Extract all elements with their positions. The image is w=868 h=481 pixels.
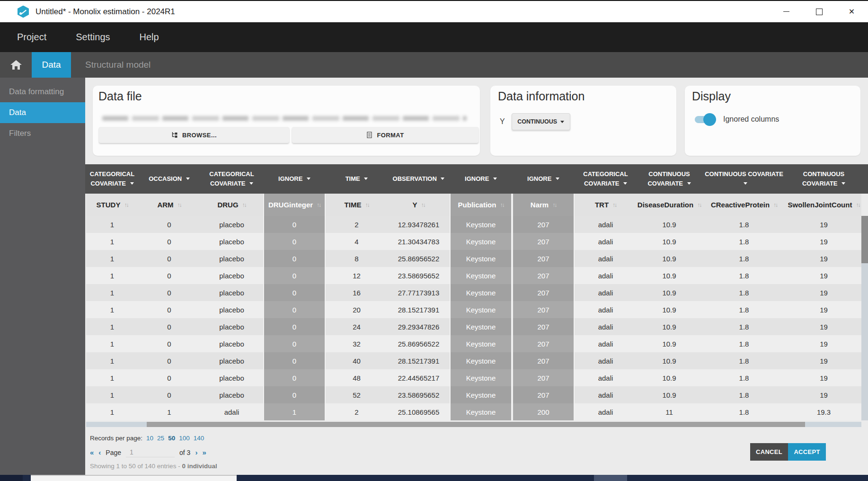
cell-TIME: 16 <box>326 284 388 301</box>
caret-down-icon <box>687 182 691 185</box>
sort-icon[interactable]: ↑↓ <box>122 202 128 208</box>
maximize-button[interactable] <box>803 1 835 22</box>
sort-icon[interactable]: ↑↓ <box>176 202 181 208</box>
sidebar-item-filters[interactable]: Filters <box>0 123 85 144</box>
sort-icon[interactable]: ↑↓ <box>240 202 246 208</box>
column-header-DiseaseDuration[interactable]: DiseaseDuration↑↓ <box>637 194 702 216</box>
sort-icon[interactable]: ↑↓ <box>315 202 320 208</box>
horizontal-scrollbar-thumb[interactable] <box>147 422 805 427</box>
column-header-DRUG[interactable]: DRUG↑↓ <box>200 194 263 216</box>
cell-CReactiveProtein: 1.8 <box>702 250 786 267</box>
column-type-dropdown-8[interactable]: CATEGORICAL COVARIATE <box>575 164 637 194</box>
column-header-label: Publication <box>458 201 496 209</box>
cell-SwollenJointCount: 19 <box>786 335 861 352</box>
records-option-10[interactable]: 10 <box>146 435 153 442</box>
cell-DiseaseDuration: 10.9 <box>637 301 702 318</box>
menu-project[interactable]: Project <box>17 32 46 43</box>
column-header-Publication[interactable]: Publication↑↓ <box>450 194 512 216</box>
sort-icon[interactable]: ↑↓ <box>854 202 859 208</box>
horizontal-scrollbar[interactable] <box>86 422 861 427</box>
browse-button[interactable]: BROWSE... <box>99 127 289 143</box>
cell-Narm: 200 <box>512 403 575 420</box>
sort-icon[interactable]: ↑↓ <box>771 202 777 208</box>
cell-DRUG: placebo <box>200 250 263 267</box>
bottom-edge-dark-segment <box>0 475 23 481</box>
sidebar-item-data[interactable]: Data <box>0 102 85 123</box>
column-header-TIME[interactable]: TIME↑↓ <box>326 194 388 216</box>
column-header-ARM[interactable]: ARM↑↓ <box>138 194 200 216</box>
column-header-Y[interactable]: Y↑↓ <box>388 194 450 216</box>
caret-down-icon <box>623 182 627 185</box>
accept-button[interactable]: ACCEPT <box>788 443 826 461</box>
column-header-TRT[interactable]: TRT↑↓ <box>575 194 637 216</box>
sort-icon[interactable]: ↑↓ <box>611 202 616 208</box>
cell-TIME: 4 <box>326 233 388 250</box>
cell-DiseaseDuration: 10.9 <box>637 267 702 284</box>
menu-help[interactable]: Help <box>140 32 159 43</box>
column-type-dropdown-4[interactable]: TIME <box>326 164 388 194</box>
sidebar-item-data-formatting[interactable]: Data formatting <box>0 81 85 102</box>
minimize-button[interactable] <box>770 1 803 22</box>
caret-down-icon <box>249 182 253 185</box>
ignored-columns-toggle[interactable] <box>695 116 715 123</box>
column-type-dropdown-3[interactable]: IGNORE <box>263 164 326 194</box>
ignored-columns-label: Ignored columns <box>723 115 779 124</box>
cell-Y: 29.29347826 <box>388 318 450 335</box>
column-type-dropdown-7[interactable]: IGNORE <box>512 164 575 194</box>
sort-icon[interactable]: ↑↓ <box>695 202 701 208</box>
cell-DRUGinteger: 0 <box>263 233 326 250</box>
column-type-dropdown-0[interactable]: CATEGORICAL COVARIATE <box>86 164 138 194</box>
column-header-SwollenJointCount[interactable]: SwollenJointCount↑↓ <box>786 194 861 216</box>
records-option-100[interactable]: 100 <box>179 435 190 442</box>
cell-DRUGinteger: 1 <box>263 403 326 420</box>
column-type-dropdown-11[interactable]: CONTINUOUS COVARIATE <box>786 164 861 194</box>
table-row: 10placebo04822.44565217Keystone207adali1… <box>86 369 861 386</box>
tab-data[interactable]: Data <box>32 52 71 78</box>
first-page-button[interactable]: « <box>90 448 94 456</box>
previous-page-button[interactable]: ‹ <box>98 448 101 456</box>
column-type-dropdown-6[interactable]: IGNORE <box>450 164 512 194</box>
column-type-dropdown-1[interactable]: OCCASION <box>138 164 200 194</box>
cell-ARM: 0 <box>138 386 200 403</box>
column-type-dropdown-9[interactable]: CONTINUOUS COVARIATE <box>637 164 702 194</box>
sort-icon[interactable]: ↑↓ <box>363 202 369 208</box>
column-type-dropdown-10[interactable]: CONTINUOUS COVARIATE <box>702 164 786 194</box>
page-number-input[interactable] <box>126 447 175 457</box>
cell-DRUG: placebo <box>200 301 263 318</box>
cell-DRUGinteger: 0 <box>263 250 326 267</box>
column-type-dropdown-2[interactable]: CATEGORICAL COVARIATE <box>200 164 263 194</box>
next-page-button[interactable]: › <box>195 448 197 456</box>
file-path-blurred <box>102 116 467 121</box>
home-tab[interactable] <box>0 52 32 78</box>
records-option-25[interactable]: 25 <box>157 435 164 442</box>
caret-down-icon <box>493 178 497 180</box>
last-page-button[interactable]: » <box>202 448 206 456</box>
column-header-DRUGinteger[interactable]: DRUGinteger↑↓ <box>263 194 326 216</box>
y-type-dropdown[interactable]: CONTINUOUS <box>512 113 570 130</box>
records-option-140[interactable]: 140 <box>194 435 204 442</box>
vertical-scrollbar-thumb[interactable] <box>861 216 868 263</box>
format-button[interactable]: FORMAT <box>292 127 478 143</box>
cell-CReactiveProtein: 1.8 <box>702 301 786 318</box>
menu-settings[interactable]: Settings <box>76 32 110 43</box>
column-header-STUDY[interactable]: STUDY↑↓ <box>86 194 138 216</box>
sort-icon[interactable]: ↑↓ <box>550 202 556 208</box>
sort-icon[interactable]: ↑↓ <box>498 202 504 208</box>
close-button[interactable]: ✕ <box>835 1 868 22</box>
cell-STUDY: 1 <box>86 369 138 386</box>
sort-icon[interactable]: ↑↓ <box>419 202 425 208</box>
records-option-50[interactable]: 50 <box>168 435 175 442</box>
folder-tree-icon <box>171 132 178 138</box>
tab-structural-model[interactable]: Structural model <box>80 52 155 78</box>
cell-SwollenJointCount: 19 <box>786 216 861 233</box>
column-type-dropdown-5[interactable]: OBSERVATION <box>388 164 450 194</box>
cell-DRUGinteger: 0 <box>263 386 326 403</box>
column-header-CReactiveProtein[interactable]: CReactiveProtein↑↓ <box>702 194 786 216</box>
cell-DRUGinteger: 0 <box>263 369 326 386</box>
cancel-button[interactable]: CANCEL <box>750 443 788 461</box>
cell-ARM: 1 <box>138 403 200 420</box>
column-header-Narm[interactable]: Narm↑↓ <box>512 194 575 216</box>
cell-TRT: adali <box>575 250 637 267</box>
cell-Narm: 207 <box>512 250 575 267</box>
vertical-scrollbar[interactable] <box>861 216 868 420</box>
